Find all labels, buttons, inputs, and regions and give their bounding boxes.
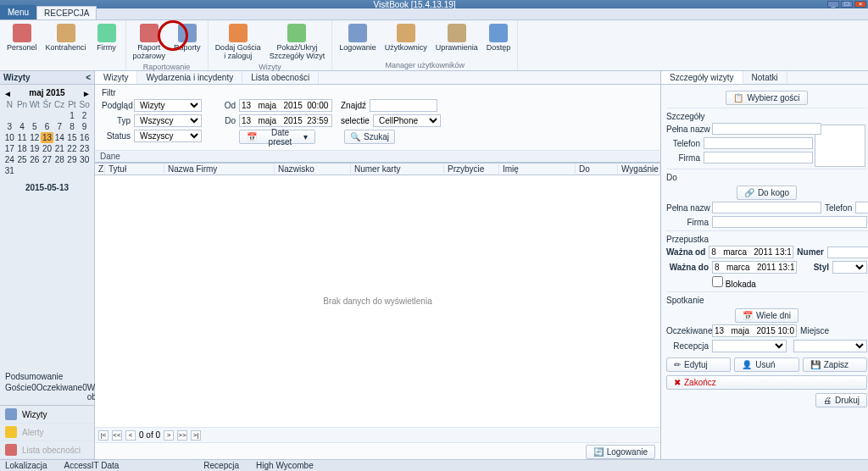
usun-button[interactable]: 👤 Usuń xyxy=(734,357,798,372)
wiele-button[interactable]: 📅 Wiele dni xyxy=(735,308,798,323)
ribbon-kontrahenci[interactable]: Kontrahenci xyxy=(42,22,90,54)
cal-day[interactable]: 23 xyxy=(78,143,91,154)
znajdz-input[interactable] xyxy=(370,99,437,112)
styl-select[interactable] xyxy=(832,261,867,274)
cal-day[interactable]: 3 xyxy=(3,121,16,132)
tab-wydarzenia-i-incydenty[interactable]: Wydarzenia i incydenty xyxy=(137,71,242,84)
nav-lista obecności[interactable]: Lista obecności xyxy=(0,441,94,459)
nav-alerty[interactable]: Alerty xyxy=(0,424,94,441)
wybierz-button[interactable]: 📋 Wybierz gości xyxy=(726,91,807,105)
oczek-input[interactable] xyxy=(712,324,797,337)
drukuj-button[interactable]: 🖨 Drukuj xyxy=(815,393,867,407)
cal-day[interactable]: 30 xyxy=(78,154,91,165)
menu-tab[interactable]: Menu xyxy=(0,5,36,19)
selectie-select[interactable]: CellPhone xyxy=(373,114,441,127)
do-pelna-input[interactable] xyxy=(712,202,821,213)
od-input[interactable] xyxy=(239,99,332,112)
tab-recepcja[interactable]: RECEPCJA xyxy=(36,6,97,19)
cal-day[interactable]: 31 xyxy=(3,165,16,176)
ribbon-dodaj gościa[interactable]: Dodaj Gościa i zaloguj xyxy=(212,22,264,63)
col-imię[interactable]: Imię xyxy=(499,164,576,174)
edytuj-button[interactable]: ✏ Edytuj xyxy=(666,357,731,372)
pg-last[interactable]: >| xyxy=(191,430,201,441)
ribbon-dostęp[interactable]: Dostęp xyxy=(483,22,515,54)
cal-day[interactable]: 9 xyxy=(78,121,91,132)
right-tab-0[interactable]: Szczegóły wizyty xyxy=(661,71,743,84)
col-nazwa firmy[interactable]: Nazwa Firmy xyxy=(164,164,275,174)
cal-day[interactable]: 4 xyxy=(16,121,29,132)
do-firma-input[interactable] xyxy=(712,216,867,228)
recepcja-select[interactable] xyxy=(712,340,787,352)
cal-day[interactable]: 2 xyxy=(78,110,91,121)
ribbon-użytkownicy[interactable]: Użytkownicy xyxy=(381,22,431,54)
cal-day[interactable]: 25 xyxy=(16,154,29,165)
cal-day[interactable]: 19 xyxy=(28,143,41,154)
col-z[interactable]: Z xyxy=(95,164,105,174)
pelna-input[interactable] xyxy=(712,123,821,135)
cal-day[interactable]: 17 xyxy=(3,143,16,154)
cal-day[interactable]: 1 xyxy=(66,110,79,121)
zapisz-button[interactable]: 💾 Zapisz xyxy=(803,357,867,372)
ribbon-firmy[interactable]: Firmy xyxy=(92,22,122,54)
ribbon-logowanie[interactable]: Logowanie xyxy=(336,22,380,54)
zakoncz-button[interactable]: ✖ Zakończ xyxy=(666,375,867,390)
max-button[interactable]: □ xyxy=(841,1,853,8)
ribbon-personel[interactable]: Personel xyxy=(3,22,41,54)
podglad-select[interactable]: Wizyty xyxy=(134,99,202,112)
cal-day[interactable]: 8 xyxy=(66,121,79,132)
blokada-check[interactable]: Blokada xyxy=(712,276,756,289)
cal-day[interactable]: 27 xyxy=(41,154,53,165)
pg-prev[interactable]: < xyxy=(125,430,136,441)
pg-prevfast[interactable]: << xyxy=(112,430,122,441)
wazna-do-input[interactable] xyxy=(712,261,797,274)
typ-select[interactable]: Wszyscy xyxy=(134,114,202,127)
cal-day[interactable]: 6 xyxy=(41,121,53,132)
ribbon-raporty[interactable]: Raporty xyxy=(170,22,204,63)
cal-day[interactable]: 18 xyxy=(16,143,29,154)
nav-wizyty[interactable]: Wizyty xyxy=(0,406,94,424)
tel-input[interactable] xyxy=(704,137,813,149)
cal-day[interactable]: 14 xyxy=(53,132,66,143)
date-preset-button[interactable]: 📅Date preset▾ xyxy=(239,130,315,144)
col-tytuł[interactable]: Tytuł xyxy=(105,164,164,174)
right-tab-1[interactable]: Notatki xyxy=(743,71,787,84)
cal-day[interactable]: 28 xyxy=(53,154,66,165)
cal-day[interactable]: 29 xyxy=(66,154,79,165)
firma-input[interactable] xyxy=(704,152,813,163)
pg-first[interactable]: |< xyxy=(98,430,108,441)
numer-input[interactable] xyxy=(827,247,868,258)
col-do[interactable]: Do xyxy=(576,164,618,174)
do-input[interactable] xyxy=(239,114,332,127)
wazna-od-input[interactable] xyxy=(709,246,793,258)
cal-next[interactable]: ► xyxy=(82,89,91,97)
miejsce-select[interactable] xyxy=(793,340,868,352)
collapse-icon[interactable]: < xyxy=(86,73,91,82)
cal-day[interactable]: 24 xyxy=(3,154,16,165)
szukaj-button[interactable]: 🔍 Szukaj xyxy=(344,130,395,144)
cal-day[interactable]: 7 xyxy=(53,121,66,132)
pg-next[interactable]: > xyxy=(164,430,174,441)
logowanie-button[interactable]: 🔄 Logowanie xyxy=(586,445,655,459)
cal-day[interactable]: 12 xyxy=(28,132,41,143)
close-button[interactable]: × xyxy=(854,1,866,8)
cal-day[interactable]: 5 xyxy=(28,121,41,132)
tab-lista-obecności[interactable]: Lista obecności xyxy=(242,71,319,84)
cal-day[interactable]: 22 xyxy=(66,143,79,154)
col-nazwisko[interactable]: Nazwisko xyxy=(275,164,351,174)
dokogo-button[interactable]: 🔗 Do kogo xyxy=(737,186,797,200)
col-numer karty[interactable]: Numer karty xyxy=(351,164,444,174)
ribbon-uprawnienia[interactable]: Uprawnienia xyxy=(432,22,481,54)
cal-day[interactable]: 16 xyxy=(78,132,91,143)
ribbon-raport[interactable]: Raport pożarowy xyxy=(130,22,170,63)
status-select[interactable]: Wszyscy xyxy=(134,130,202,142)
cal-day[interactable]: 26 xyxy=(28,154,41,165)
cal-day[interactable]: 13 xyxy=(41,132,53,143)
ribbon-pokaż/ukryj[interactable]: Pokaż/Ukryj Szczegóły Wizyt xyxy=(266,22,329,63)
cal-prev[interactable]: ◄ xyxy=(3,89,12,97)
tab-wizyty[interactable]: Wizyty xyxy=(95,71,137,84)
do-tel-input[interactable] xyxy=(855,202,868,213)
col-wygaśnie[interactable]: Wygaśnie xyxy=(618,164,660,174)
min-button[interactable]: _ xyxy=(827,1,839,8)
cal-day[interactable]: 15 xyxy=(66,132,79,143)
cal-day[interactable]: 20 xyxy=(41,143,53,154)
